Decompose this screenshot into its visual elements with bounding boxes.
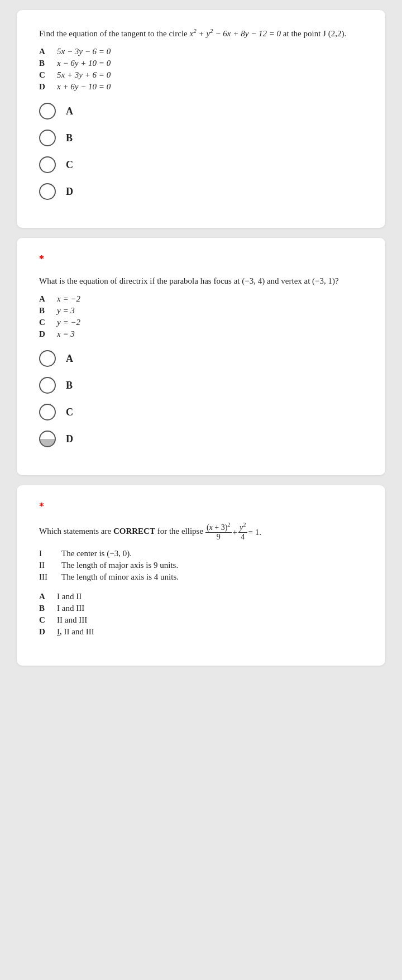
statement-value-III: The length of minor axis is 4 units. — [61, 571, 179, 583]
option-label-C: C — [39, 614, 57, 626]
card-3: * Which statements are CORRECT for the e… — [17, 485, 385, 666]
option-value-A: 5x − 3y − 6 = 0 — [57, 46, 111, 58]
statement-value-II: The length of major axis is 9 units. — [61, 560, 179, 571]
radio-row-B[interactable]: B — [39, 377, 363, 394]
statement-value-I: The center is (−3, 0). — [61, 548, 179, 560]
option-value-C: y = −2 — [57, 317, 80, 328]
fraction-denom-2: 4 — [240, 533, 246, 542]
underline-I: I — [57, 627, 60, 636]
radio-C[interactable] — [39, 404, 56, 420]
radio-A[interactable] — [39, 350, 56, 367]
radio-B[interactable] — [39, 130, 56, 146]
card-1: Find the equation of the tangent to the … — [17, 10, 385, 228]
option-value-B: x − 6y + 10 = 0 — [57, 58, 111, 69]
options-table-3: A I and II B I and III C II and III D I,… — [39, 591, 94, 638]
statements-table: I The center is (−3, 0). II The length o… — [39, 548, 179, 583]
radio-B[interactable] — [39, 377, 56, 394]
card-2: * What is the equation of directrix if t… — [17, 238, 385, 475]
option-value-C: II and III — [57, 614, 94, 626]
radio-row-D[interactable]: D — [39, 183, 363, 200]
option-label-D: D — [39, 626, 57, 638]
question-1-text: Find the equation of the tangent to the … — [39, 26, 363, 40]
option-row: A I and II — [39, 591, 94, 603]
option-value-D: x + 6y − 10 = 0 — [57, 81, 111, 93]
radio-row-A[interactable]: A — [39, 350, 363, 367]
option-label-A: A — [39, 46, 57, 58]
statement-row-II: II The length of major axis is 9 units. — [39, 560, 179, 571]
option-label-C: C — [39, 317, 57, 328]
option-label-D: D — [39, 328, 57, 340]
bold-correct: CORRECT — [113, 527, 155, 536]
statement-label-I: I — [39, 548, 61, 560]
option-value-B: I and III — [57, 603, 94, 614]
equals-sign: = 1. — [248, 525, 261, 539]
statement-row-III: III The length of minor axis is 4 units. — [39, 571, 179, 583]
option-label-B: B — [39, 603, 57, 614]
question-2-text: What is the equation of directrix if the… — [39, 274, 363, 288]
radio-D[interactable] — [39, 431, 56, 447]
radio-label-D: D — [66, 186, 73, 198]
option-label-A: A — [39, 591, 57, 603]
option-value-B: y = 3 — [57, 305, 80, 317]
fraction-numer-1: (x + 3)2 — [205, 522, 232, 533]
radio-row-B[interactable]: B — [39, 130, 363, 146]
radio-group-1: A B C D — [39, 103, 363, 200]
option-label-A: A — [39, 293, 57, 305]
option-row: A x = −2 — [39, 293, 80, 305]
option-label-B: B — [39, 305, 57, 317]
question-3-text: Which statements are CORRECT for the ell… — [39, 522, 363, 542]
option-label-D: D — [39, 81, 57, 93]
radio-group-2: A B C D — [39, 350, 363, 447]
required-star-2: * — [39, 254, 363, 265]
radio-label-A: A — [66, 106, 73, 117]
equation-1: x2 + y2 − 6x + 8y − 12 = 0 — [190, 29, 283, 38]
option-row: C 5x + 3y + 6 = 0 — [39, 69, 111, 81]
option-row: B y = 3 — [39, 305, 80, 317]
option-row: B I and III — [39, 603, 94, 614]
fraction-1: (x + 3)2 9 — [205, 522, 232, 542]
option-label-B: B — [39, 58, 57, 69]
fraction-numer-2: y2 — [238, 522, 247, 533]
fraction-denom-1: 9 — [216, 533, 222, 542]
radio-D[interactable] — [39, 183, 56, 200]
radio-label-B: B — [66, 380, 73, 391]
ellipse-equation: (x + 3)2 9 + y2 4 = 1. — [205, 522, 261, 542]
radio-C[interactable] — [39, 156, 56, 173]
radio-row-C[interactable]: C — [39, 404, 363, 420]
option-value-A: x = −2 — [57, 293, 80, 305]
option-value-A: I and II — [57, 591, 94, 603]
option-value-D: x = 3 — [57, 328, 80, 340]
options-table-2: A x = −2 B y = 3 C y = −2 D x = 3 — [39, 293, 80, 340]
radio-row-C[interactable]: C — [39, 156, 363, 173]
radio-A[interactable] — [39, 103, 56, 119]
radio-row-D[interactable]: D — [39, 431, 363, 447]
option-row: D I, II and III — [39, 626, 94, 638]
radio-label-D: D — [66, 433, 73, 445]
option-row: C y = −2 — [39, 317, 80, 328]
statement-row-I: I The center is (−3, 0). — [39, 548, 179, 560]
required-star-3: * — [39, 501, 363, 513]
option-label-C: C — [39, 69, 57, 81]
option-value-C: 5x + 3y + 6 = 0 — [57, 69, 111, 81]
fraction-2: y2 4 — [238, 522, 247, 542]
option-row: D x + 6y − 10 = 0 — [39, 81, 111, 93]
option-row: B x − 6y + 10 = 0 — [39, 58, 111, 69]
radio-label-B: B — [66, 132, 73, 144]
plus-sign: + — [233, 525, 237, 539]
options-table-1: A 5x − 3y − 6 = 0 B x − 6y + 10 = 0 C 5x… — [39, 46, 111, 93]
radio-label-C: C — [66, 159, 73, 171]
option-value-D: I, II and III — [57, 626, 94, 638]
radio-label-A: A — [66, 353, 73, 365]
statement-label-III: III — [39, 571, 61, 583]
radio-row-A[interactable]: A — [39, 103, 363, 119]
option-row: A 5x − 3y − 6 = 0 — [39, 46, 111, 58]
statement-label-II: II — [39, 560, 61, 571]
radio-label-C: C — [66, 407, 73, 418]
option-row: C II and III — [39, 614, 94, 626]
option-row: D x = 3 — [39, 328, 80, 340]
